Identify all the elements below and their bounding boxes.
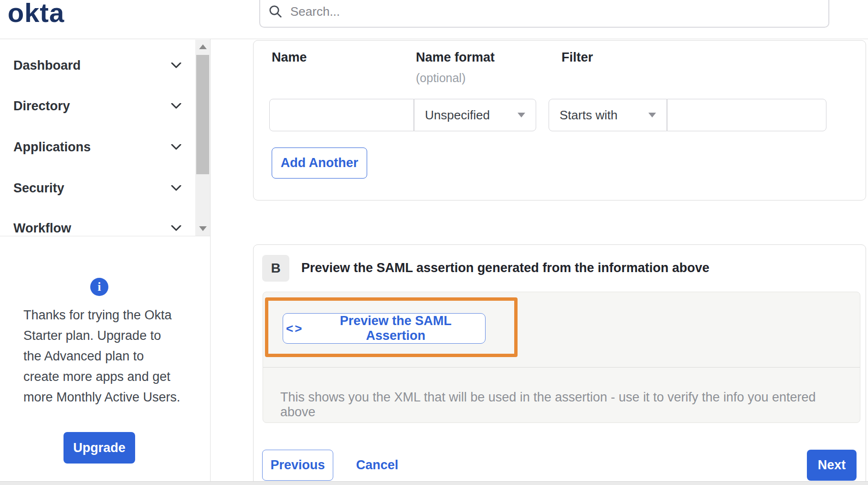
upgrade-notice-line: Thanks for trying the Okta: [23, 305, 195, 326]
okta-logo: okta: [8, 0, 64, 28]
sidebar-item-label: Applications: [13, 140, 91, 155]
step-b-badge: B: [262, 255, 289, 282]
sidebar-item-security[interactable]: Security: [13, 178, 181, 198]
sidebar-scrollbar[interactable]: [195, 40, 210, 236]
name-format-optional-hint: (optional): [416, 71, 466, 85]
sidebar-item-label: Workflow: [13, 221, 71, 236]
cancel-button[interactable]: Cancel: [351, 450, 403, 481]
sidebar-item-label: Directory: [13, 99, 70, 114]
code-icon: <>: [286, 321, 303, 336]
search-input[interactable]: [289, 4, 828, 20]
name-format-column-label: Name format: [416, 50, 495, 65]
previous-button[interactable]: Previous: [262, 450, 333, 481]
sidebar-border: [210, 39, 211, 481]
dropdown-caret-icon: [648, 113, 656, 117]
name-column-label: Name: [272, 50, 307, 65]
chevron-down-icon: [171, 225, 181, 231]
sidebar-item-directory[interactable]: Directory: [13, 96, 181, 116]
search-icon: [268, 4, 283, 19]
chevron-down-icon: [171, 144, 181, 150]
attribute-statements-card: Name Name format (optional) Filter Unspe…: [253, 40, 866, 200]
name-format-select[interactable]: Unspecified: [414, 99, 536, 131]
okta-admin-screen: okta Dashboard Directory Applications Se…: [0, 0, 868, 485]
dropdown-caret-icon: [518, 113, 525, 117]
chevron-down-icon: [171, 185, 181, 191]
header-divider: [0, 39, 868, 39]
upgrade-notice-line: the Advanced plan to: [23, 346, 195, 367]
preview-saml-assertion-button[interactable]: <> Preview the SAML Assertion: [283, 313, 486, 344]
bottom-edge-strip: [0, 481, 868, 485]
panel-divider: [263, 367, 860, 368]
chevron-down-icon: [171, 63, 181, 68]
preview-panel: <> Preview the SAML Assertion This shows…: [263, 292, 860, 423]
sidebar-item-applications[interactable]: Applications: [13, 137, 181, 157]
sidebar-item-label: Security: [13, 181, 64, 196]
upgrade-notice-line: create more apps and get: [23, 367, 195, 387]
scrollbar-thumb[interactable]: [196, 55, 209, 174]
sidebar-item-workflow[interactable]: Workflow: [13, 218, 181, 238]
upgrade-button[interactable]: Upgrade: [64, 432, 135, 464]
attribute-name-input[interactable]: [269, 99, 414, 131]
sidebar-item-dashboard[interactable]: Dashboard: [13, 55, 181, 75]
triangle-down-icon: [199, 226, 207, 231]
upgrade-notice-text: Thanks for trying the Okta Starter plan.…: [23, 305, 195, 408]
info-icon: i: [90, 278, 108, 296]
add-another-button[interactable]: Add Another: [272, 148, 367, 179]
chevron-down-icon: [171, 103, 181, 109]
filter-operator-selected-value: Starts with: [560, 108, 617, 123]
preview-description: This shows you the XML that will be used…: [280, 390, 844, 420]
preview-button-label: Preview the SAML Assertion: [309, 314, 482, 343]
filter-value-input[interactable]: [667, 99, 826, 131]
filter-operator-select[interactable]: Starts with: [549, 99, 667, 131]
global-search[interactable]: [259, 0, 829, 28]
preview-section-heading: Preview the SAML assertion generated fro…: [301, 261, 709, 275]
scroll-up-button[interactable]: [195, 40, 210, 54]
preview-saml-card: B Preview the SAML assertion generated f…: [253, 244, 866, 485]
filter-column-label: Filter: [561, 50, 593, 65]
upgrade-notice-line: Starter plan. Upgrade to: [23, 326, 195, 346]
upgrade-notice-line: more Monthly Active Users.: [23, 387, 195, 408]
sidebar-item-label: Dashboard: [13, 58, 81, 73]
triangle-up-icon: [199, 44, 207, 49]
scroll-down-button[interactable]: [195, 221, 210, 236]
next-button[interactable]: Next: [807, 450, 857, 481]
name-format-selected-value: Unspecified: [425, 108, 490, 123]
